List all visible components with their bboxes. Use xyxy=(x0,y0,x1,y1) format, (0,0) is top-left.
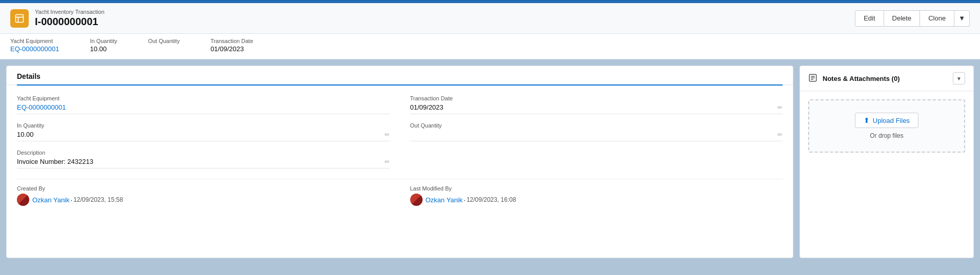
description-label: Description xyxy=(17,150,390,156)
form-row-2: In Quantity 10.00 ✏ Out Quantity ✏ xyxy=(17,122,783,141)
summary-bar: Yacht Equipment EQ-0000000001 In Quantit… xyxy=(0,34,980,59)
modified-by-date: 12/09/2023, 16:08 xyxy=(467,196,516,203)
header-actions: Edit Delete Clone ▼ xyxy=(855,10,970,27)
field-placeholder-2 xyxy=(410,150,783,168)
field-in-quantity: In Quantity 10.00 ✏ xyxy=(17,122,390,141)
in-quantity-edit-icon[interactable]: ✏ xyxy=(385,131,390,138)
details-panel-title: Details xyxy=(17,72,783,86)
chevron-down-icon: ▼ xyxy=(958,14,965,22)
summary-in-quantity-value: 10.00 xyxy=(90,45,117,53)
upload-icon: ⬆ xyxy=(864,116,870,124)
created-row: Created By Ozkan Yanik · 12/09/2023, 15:… xyxy=(17,179,783,206)
summary-out-quantity: Out Quantity xyxy=(148,38,180,53)
field-description: Description Invoice Number: 2432213 ✏ xyxy=(17,150,390,168)
summary-out-quantity-label: Out Quantity xyxy=(148,38,180,44)
panel-body: Yacht Equipment EQ-0000000001 Transactio… xyxy=(7,85,793,216)
upload-files-label: Upload Files xyxy=(873,117,910,124)
field-transaction-date: Transaction Date 01/09/2023 ✏ xyxy=(410,95,783,114)
attachments-panel-title: Notes & Attachments (0) xyxy=(823,75,899,82)
drop-zone[interactable]: ⬆ Upload Files Or drop files xyxy=(808,99,965,153)
chevron-down-icon: ▼ xyxy=(956,76,962,81)
modified-by-user-row: Ozkan Yanik · 12/09/2023, 16:08 xyxy=(410,194,783,206)
summary-yacht-equipment-value[interactable]: EQ-0000000001 xyxy=(10,45,59,53)
transaction-date-edit-icon[interactable]: ✏ xyxy=(777,104,783,111)
attachments-header: Notes & Attachments (0) ▼ xyxy=(800,66,973,91)
out-quantity-value: ✏ xyxy=(410,130,783,141)
expand-panel-button[interactable]: ▼ xyxy=(953,72,965,84)
header-title-block: Yacht Inventory Transaction I-0000000001 xyxy=(35,9,105,28)
summary-transaction-date-label: Transaction Date xyxy=(210,38,253,44)
details-panel: Details Yacht Equipment EQ-0000000001 Tr… xyxy=(6,66,793,258)
header-left: Yacht Inventory Transaction I-0000000001 xyxy=(10,9,105,28)
created-by-label: Created By xyxy=(17,185,390,192)
yacht-equipment-label: Yacht Equipment xyxy=(17,95,390,101)
modified-by-user-link[interactable]: Ozkan Yanik xyxy=(426,196,463,204)
created-by-field: Created By Ozkan Yanik · 12/09/2023, 15:… xyxy=(17,185,390,206)
clone-button[interactable]: Clone xyxy=(920,10,954,27)
upload-files-button[interactable]: ⬆ Upload Files xyxy=(855,113,918,128)
svg-rect-0 xyxy=(16,14,24,22)
transaction-date-value: 01/09/2023 ✏ xyxy=(410,103,783,114)
attachments-title-group: Notes & Attachments (0) xyxy=(808,73,899,83)
summary-transaction-date-value: 01/09/2023 xyxy=(210,45,253,53)
page-header: Yacht Inventory Transaction I-0000000001… xyxy=(0,3,980,34)
modified-by-label: Last Modified By xyxy=(410,185,783,192)
modified-by-field: Last Modified By Ozkan Yanik · 12/09/202… xyxy=(410,185,783,206)
delete-button[interactable]: Delete xyxy=(884,10,921,27)
in-quantity-value: 10.00 ✏ xyxy=(17,130,390,141)
yacht-equipment-value[interactable]: EQ-0000000001 xyxy=(17,103,390,114)
summary-in-quantity-label: In Quantity xyxy=(90,38,117,44)
modified-by-dot: · xyxy=(464,196,466,204)
notes-icon xyxy=(808,73,818,83)
created-by-user-link[interactable]: Ozkan Yanik xyxy=(32,196,70,204)
out-quantity-edit-icon[interactable]: ✏ xyxy=(777,131,783,138)
summary-yacht-equipment-label: Yacht Equipment xyxy=(10,38,59,44)
transaction-date-label: Transaction Date xyxy=(410,95,783,101)
more-actions-button[interactable]: ▼ xyxy=(954,10,970,27)
modified-by-avatar xyxy=(410,194,423,206)
form-row-1: Yacht Equipment EQ-0000000001 Transactio… xyxy=(17,95,783,114)
panel-title-wrapper: Details xyxy=(7,66,793,85)
created-by-avatar xyxy=(17,194,29,206)
summary-yacht-equipment: Yacht Equipment EQ-0000000001 xyxy=(10,38,59,53)
description-edit-icon[interactable]: ✏ xyxy=(385,158,390,165)
field-yacht-equipment: Yacht Equipment EQ-0000000001 xyxy=(17,95,390,114)
created-by-dot: · xyxy=(71,196,73,204)
description-value: Invoice Number: 2432213 ✏ xyxy=(17,157,390,168)
record-type-label: Yacht Inventory Transaction xyxy=(35,9,105,15)
field-out-quantity: Out Quantity ✏ xyxy=(410,122,783,141)
attachments-panel: Notes & Attachments (0) ▼ ⬆ Upload Files… xyxy=(799,66,974,258)
out-quantity-label: Out Quantity xyxy=(410,122,783,129)
record-icon xyxy=(10,9,29,28)
created-by-date: 12/09/2023, 15:58 xyxy=(73,196,123,203)
main-content: Details Yacht Equipment EQ-0000000001 Tr… xyxy=(0,59,980,264)
drop-text: Or drop files xyxy=(870,132,903,139)
record-id-title: I-0000000001 xyxy=(35,16,105,28)
form-row-3: Description Invoice Number: 2432213 ✏ xyxy=(17,150,783,168)
summary-transaction-date: Transaction Date 01/09/2023 xyxy=(210,38,253,53)
in-quantity-label: In Quantity xyxy=(17,122,390,129)
summary-in-quantity: In Quantity 10.00 xyxy=(90,38,117,53)
created-by-user-row: Ozkan Yanik · 12/09/2023, 15:58 xyxy=(17,194,390,206)
edit-button[interactable]: Edit xyxy=(855,10,884,27)
